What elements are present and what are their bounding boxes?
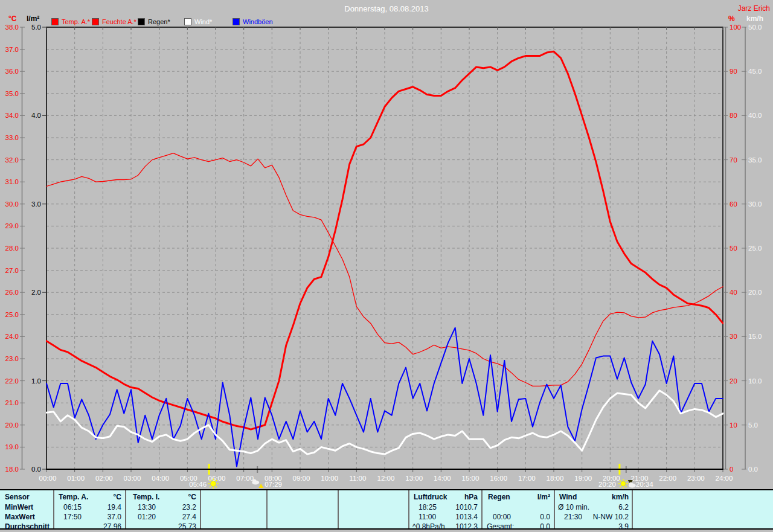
column-unit: km/h [592,493,629,501]
row-label: Durchschnitt [5,522,50,531]
cell-value: N-NW 10.2 [574,513,629,521]
x-axis-label: 14:00 [434,475,451,482]
sunrise-event-time-label: 07:29 [265,481,282,488]
sunset-time-label: 20:20 [598,481,616,488]
humidity-tick-label: 50 [730,245,737,252]
cell-value: 25.73 [142,522,196,531]
cell-value: 3.9 [574,522,629,531]
table-divider [481,490,483,528]
wind-tick-label: 10.0 [748,377,762,385]
rain-tick-label: 3.0 [31,200,41,208]
cell-value: 1013.4 [423,513,478,521]
wind-tick-label: 15.0 [748,333,762,340]
wind-tick-label: 35.0 [748,156,762,164]
humidity-tick-label: 40 [730,289,737,296]
cloud-icon [252,479,256,483]
chart-canvas: 00:0001:0002:0003:0004:0005:0006:0007:00… [0,0,773,492]
column-header: Wind [559,493,577,501]
table-divider [408,490,409,528]
column-unit: l/m² [514,493,550,501]
table-divider [125,490,126,528]
temp-tick-label: 23.0 [5,355,19,362]
x-axis-label: 03:00 [124,475,141,482]
humidity-tick-label: 10 [730,421,737,429]
x-axis-label: 16:00 [490,475,507,482]
rain-tick-label: 2.0 [31,289,41,296]
wind-tick-label: 30.0 [748,200,762,208]
x-axis-label: 10:00 [321,475,338,482]
temp-tick-label: 34.0 [5,112,19,119]
x-axis-label: 22:00 [659,475,676,482]
temp-tick-label: 28.0 [5,245,19,252]
table-divider [338,490,339,528]
table-divider [554,490,555,528]
sun-icon [621,481,626,486]
table-divider [200,490,201,528]
x-axis-label: 24:00 [716,475,733,482]
x-axis-label: 13:00 [405,475,423,482]
sun-up-arrow-icon [258,484,263,488]
x-axis-label: 02:00 [95,475,113,482]
humidity-tick-label: 30 [730,333,737,340]
wind-tick-label: 50.0 [748,24,762,31]
row-label: MaxWert [5,513,35,521]
sun-ray [626,486,627,487]
weather-day-chart-window: Donnerstag, 08.08.2013 Jarz Erich °C l/m… [0,0,773,532]
cell-value: 37.0 [67,513,121,521]
temp-tick-label: 32.0 [5,156,19,164]
row-label: Sensor [5,493,30,501]
temp-tick-label: 22.0 [5,377,19,385]
cell-value: 0.0 [496,513,550,521]
column-unit: °C [160,493,196,501]
wind-tick-label: 5.0 [748,421,758,429]
wind-tick-label: 40.0 [748,112,762,119]
column-unit: °C [85,493,121,501]
humidity-tick-label: 100 [730,24,741,31]
summary-table: SensorMinWertMaxWertDurchschnittTemp. A.… [0,489,773,532]
wind-tick-label: 25.0 [748,245,762,252]
humidity-tick-label: 0 [730,466,733,473]
moon-cloud-icon [629,482,633,486]
rain-tick-label: 5.0 [31,24,41,31]
x-axis-label: 07:00 [236,475,254,482]
temp-tick-label: 20.0 [5,421,19,429]
x-axis-label: 15:00 [462,475,480,482]
temp-tick-label: 29.0 [5,222,19,229]
x-axis-label: 23:00 [687,475,705,482]
weather-chart: 00:0001:0002:0003:0004:0005:0006:0007:00… [0,0,773,489]
temp-tick-label: 36.0 [5,68,19,75]
humidity-tick-label: 70 [730,156,737,164]
humidity-tick-label: 20 [730,377,737,385]
table-divider [266,490,268,528]
rain-tick-label: 4.0 [31,112,41,119]
temp-tick-label: 38.0 [5,24,19,31]
column-header: Temp. A. [59,493,88,501]
temp-tick-label: 35.0 [5,90,19,97]
x-axis-label: 04:00 [152,475,169,482]
sun-ray [626,480,627,481]
cell-value: 23.2 [142,503,196,511]
x-axis-label: 01:00 [67,475,85,482]
temp-tick-label: 31.0 [5,178,19,185]
sunrise-time-label: 05:46 [189,481,207,488]
column-header: Regen [488,493,510,501]
x-axis-label: 17:00 [518,475,536,482]
table-divider [53,490,54,528]
wind-tick-label: 0.0 [748,466,758,473]
x-axis-label: 18:00 [547,475,564,482]
temp-tick-label: 33.0 [5,134,19,141]
gusts-line [47,328,723,467]
cell-value: 1010.7 [423,503,478,511]
temp-tick-label: 19.0 [5,443,19,450]
cell-value: 27.96 [67,522,121,531]
wind-tick-label: 45.0 [748,68,762,75]
temp-tick-label: 26.0 [5,289,19,296]
sun-ray [620,486,621,487]
rain-tick-label: 1.0 [31,377,41,385]
sunset-event-time-label: 20:34 [636,481,653,488]
temp-tick-label: 18.0 [5,466,19,473]
row-label: MinWert [5,503,33,511]
cell-value: 0.0 [496,522,550,531]
column-header: Temp. I. [133,493,159,501]
table-divider [632,490,633,528]
